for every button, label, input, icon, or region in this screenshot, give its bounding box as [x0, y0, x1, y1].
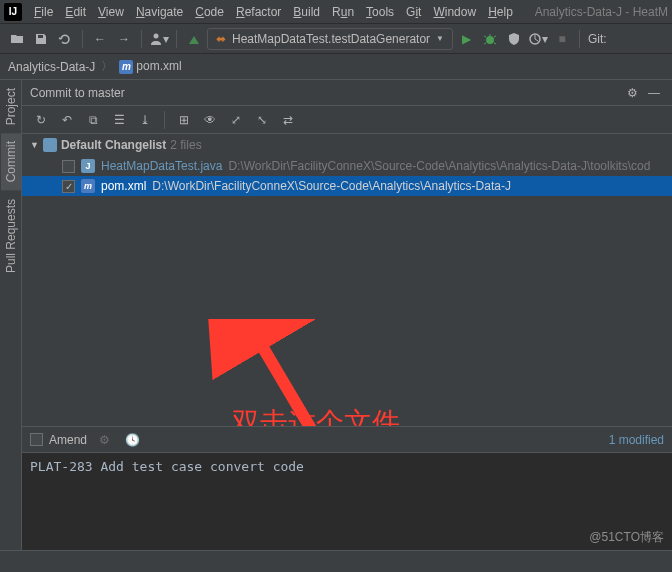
- annotation-text: 双击这个文件: [232, 404, 400, 426]
- java-file-icon: J: [81, 159, 95, 173]
- diff-icon[interactable]: ⧉: [82, 109, 104, 131]
- changelist-icon[interactable]: ☰: [108, 109, 130, 131]
- forward-icon[interactable]: →: [113, 28, 135, 50]
- status-bar: [0, 550, 672, 572]
- shelve-icon[interactable]: ⤓: [134, 109, 156, 131]
- back-icon[interactable]: ←: [89, 28, 111, 50]
- separator: [82, 30, 83, 48]
- open-icon[interactable]: [6, 28, 28, 50]
- chevron-down-icon: ▼: [436, 34, 444, 43]
- menu-git[interactable]: Git: [400, 2, 427, 22]
- file-checkbox[interactable]: [62, 180, 75, 193]
- amend-label: Amend: [49, 433, 87, 447]
- gear-icon[interactable]: ⚙: [622, 83, 642, 103]
- collapse-icon[interactable]: ⤡: [251, 109, 273, 131]
- history-icon[interactable]: 🕓: [121, 429, 143, 451]
- separator: [141, 30, 142, 48]
- menu-refactor[interactable]: Refactor: [230, 2, 287, 22]
- minimize-icon[interactable]: —: [644, 83, 664, 103]
- changelist-name: Default Changelist: [61, 138, 166, 152]
- breadcrumb-project[interactable]: Analytics-Data-J: [8, 60, 95, 74]
- breadcrumb-file[interactable]: mpom.xml: [119, 59, 181, 74]
- menu-navigate[interactable]: Navigate: [130, 2, 189, 22]
- svg-line-3: [252, 329, 317, 426]
- build-icon[interactable]: [183, 28, 205, 50]
- avatar-icon[interactable]: ▾: [148, 28, 170, 50]
- menu-tools[interactable]: Tools: [360, 2, 400, 22]
- window-title: Analytics-Data-J - HeatM: [535, 5, 672, 19]
- separator: [579, 30, 580, 48]
- menu-window[interactable]: Window: [427, 2, 482, 22]
- menu-file[interactable]: File: [28, 2, 59, 22]
- amend-checkbox[interactable]: [30, 433, 43, 446]
- sidebar-tab-pull-requests[interactable]: Pull Requests: [1, 191, 21, 281]
- git-label: Git:: [586, 32, 607, 46]
- file-path: D:\WorkDir\FacilityConneX\Source-Code\An…: [152, 179, 511, 193]
- menu-help[interactable]: Help: [482, 2, 519, 22]
- sidebar-tab-commit[interactable]: Commit: [1, 133, 21, 190]
- annotation-arrow: [187, 319, 407, 426]
- panel-title: Commit to master: [30, 86, 620, 100]
- menu-edit[interactable]: Edit: [59, 2, 92, 22]
- changelist-count: 2 files: [170, 138, 201, 152]
- coverage-icon[interactable]: [503, 28, 525, 50]
- file-checkbox[interactable]: [62, 160, 75, 173]
- save-icon[interactable]: [30, 28, 52, 50]
- rollback-icon[interactable]: ↶: [56, 109, 78, 131]
- menu-build[interactable]: Build: [287, 2, 326, 22]
- svg-point-1: [486, 36, 494, 44]
- file-row[interactable]: J HeatMapDataTest.java D:\WorkDir\Facili…: [22, 156, 672, 176]
- filter-icon[interactable]: ⇄: [277, 109, 299, 131]
- separator: [164, 111, 165, 129]
- changelist-header[interactable]: ▼ Default Changelist 2 files: [22, 134, 672, 156]
- status-modified: 1 modified: [609, 433, 664, 447]
- menu-view[interactable]: View: [92, 2, 130, 22]
- gear-icon[interactable]: ⚙: [93, 429, 115, 451]
- app-icon: IJ: [4, 3, 22, 21]
- group-icon[interactable]: ⊞: [173, 109, 195, 131]
- run-config-dropdown[interactable]: ⬌ HeatMapDataTest.testDataGenerator ▼: [207, 28, 453, 50]
- xml-file-icon: m: [81, 179, 95, 193]
- file-name: pom.xml: [101, 179, 146, 193]
- file-row[interactable]: m pom.xml D:\WorkDir\FacilityConneX\Sour…: [22, 176, 672, 196]
- debug-icon[interactable]: [479, 28, 501, 50]
- svg-point-0: [154, 33, 159, 38]
- expand-icon[interactable]: ⤢: [225, 109, 247, 131]
- file-name: HeatMapDataTest.java: [101, 159, 222, 173]
- refresh-icon[interactable]: ↻: [30, 109, 52, 131]
- separator: [176, 30, 177, 48]
- changelist-icon: [43, 138, 57, 152]
- refresh-icon[interactable]: [54, 28, 76, 50]
- stop-icon[interactable]: ■: [551, 28, 573, 50]
- menu-code[interactable]: Code: [189, 2, 230, 22]
- breadcrumb-separator: 〉: [101, 58, 113, 75]
- chevron-down-icon: ▼: [30, 140, 39, 150]
- profile-icon[interactable]: ▾: [527, 28, 549, 50]
- run-icon[interactable]: ▶: [455, 28, 477, 50]
- sidebar-tab-project[interactable]: Project: [1, 80, 21, 133]
- file-path: D:\WorkDir\FacilityConneX\Source-Code\An…: [228, 159, 650, 173]
- menu-run[interactable]: Run: [326, 2, 360, 22]
- view-icon[interactable]: 👁: [199, 109, 221, 131]
- run-config-label: HeatMapDataTest.testDataGenerator: [232, 32, 430, 46]
